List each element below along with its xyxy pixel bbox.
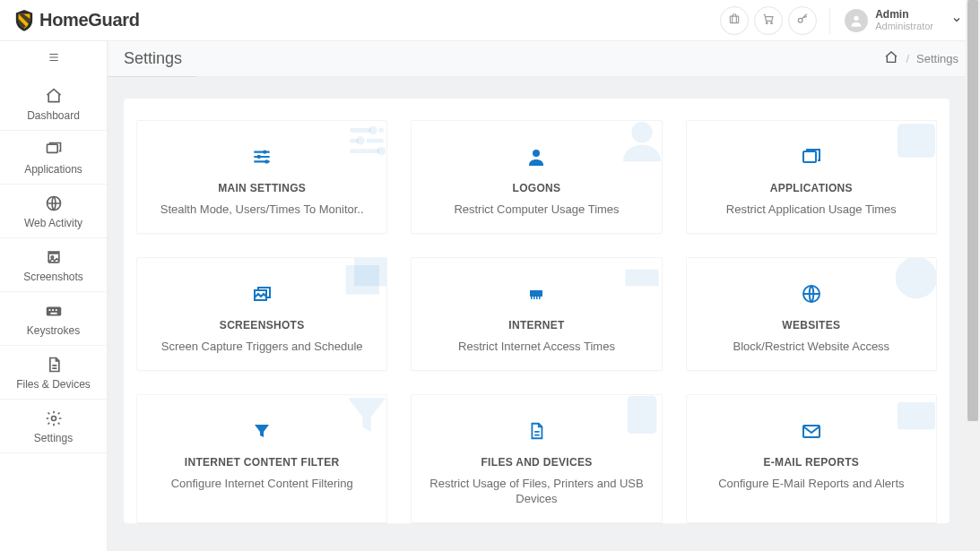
sidebar: Dashboard Applications Web Activity Scre… (0, 77, 108, 551)
hamburger-cell[interactable] (0, 41, 108, 77)
card-files-devices[interactable]: FILES AND DEVICES Restrict Usage of File… (411, 394, 662, 523)
shield-icon (14, 9, 34, 32)
user-icon (524, 144, 549, 169)
user-role: Administrator (875, 21, 933, 31)
page-title: Settings (124, 49, 182, 68)
card-main-settings[interactable]: MAIN SETTINGS Stealth Mode, Users/Times … (136, 120, 387, 234)
svg-point-14 (51, 417, 56, 421)
svg-rect-28 (531, 297, 533, 299)
user-menu[interactable]: Admin Administrator (843, 7, 969, 34)
file-icon (524, 418, 549, 443)
topbar: HomeGuard Admin Administrator (0, 0, 980, 41)
scrollbar-track[interactable] (966, 0, 980, 551)
globe-icon (44, 194, 64, 213)
svg-rect-10 (48, 309, 50, 311)
home-icon[interactable] (884, 50, 898, 67)
key-icon (796, 13, 809, 29)
card-desc: Restrict Computer Usage Times (422, 202, 650, 217)
settings-grid: MAIN SETTINGS Stealth Mode, Users/Times … (136, 120, 937, 523)
brand-name: HomeGuard (39, 10, 140, 30)
cart-icon (762, 13, 775, 29)
svg-rect-13 (50, 313, 56, 314)
ethernet-icon (617, 257, 663, 303)
card-desc: Stealth Mode, Users/Times To Monitor.. (148, 202, 376, 217)
card-screenshots[interactable]: SCREENSHOTS Screen Capture Triggers and … (136, 257, 387, 371)
card-desc: Restrict Usage of Files, Printers and US… (422, 476, 650, 506)
sidebar-item-label: Keystrokes (27, 324, 80, 337)
sidebar-item-keystrokes[interactable]: Keystrokes (0, 292, 107, 346)
home-icon (44, 86, 64, 106)
breadcrumb-current: Settings (916, 52, 958, 65)
suitcase-button[interactable] (720, 6, 749, 35)
suitcase-icon (728, 13, 741, 29)
svg-rect-11 (52, 309, 54, 311)
svg-point-18 (263, 150, 266, 153)
sidebar-item-files-devices[interactable]: Files & Devices (0, 346, 107, 400)
svg-point-2 (771, 22, 773, 23)
svg-point-32 (896, 257, 937, 298)
sliders-icon (342, 120, 387, 166)
sidebar-item-web-activity[interactable]: Web Activity (0, 185, 107, 238)
sidebar-item-label: Files & Devices (16, 378, 91, 391)
svg-point-16 (357, 136, 365, 144)
svg-rect-9 (46, 306, 61, 315)
svg-rect-0 (731, 16, 739, 23)
scrollbar-thumb[interactable] (967, 0, 978, 421)
topbar-right: Admin Administrator (720, 6, 969, 35)
main: Dashboard Applications Web Activity Scre… (0, 77, 966, 551)
svg-rect-5 (47, 144, 57, 152)
svg-point-21 (631, 122, 652, 142)
image-stack-icon (249, 281, 274, 306)
envelope-icon (891, 394, 937, 440)
card-title: MAIN SETTINGS (148, 182, 376, 194)
svg-point-20 (265, 159, 268, 163)
svg-point-17 (377, 147, 386, 155)
card-websites[interactable]: WEBSITES Block/Restrict Website Access (686, 257, 937, 371)
card-desc: Screen Capture Triggers and Schedule (148, 339, 376, 354)
clipboard-icon (617, 394, 663, 440)
svg-rect-26 (354, 257, 387, 286)
svg-rect-31 (539, 297, 541, 299)
card-email-reports[interactable]: E-MAIL REPORTS Configure E-Mail Reports … (686, 394, 937, 523)
card-desc: Configure E-Mail Reports and Alerts (698, 476, 925, 491)
avatar (845, 9, 868, 32)
card-logons[interactable]: LOGONS Restrict Computer Usage Times (411, 120, 662, 234)
sidebar-item-label: Dashboard (27, 109, 80, 122)
windows-icon (799, 144, 824, 169)
sidebar-item-dashboard[interactable]: Dashboard (0, 77, 107, 131)
card-applications[interactable]: APPLICATIONS Restrict Application Usage … (686, 120, 937, 234)
svg-rect-35 (898, 402, 935, 429)
breadcrumb: / Settings (884, 50, 958, 67)
svg-rect-30 (536, 297, 538, 299)
keyboard-icon (44, 301, 64, 321)
svg-rect-12 (55, 309, 56, 311)
sidebar-item-label: Applications (24, 163, 82, 176)
sidebar-item-screenshots[interactable]: Screenshots (0, 238, 107, 292)
subbar: Settings / Settings (0, 41, 980, 77)
windows-icon (44, 140, 64, 159)
card-title: LOGONS (422, 182, 650, 194)
svg-rect-24 (803, 151, 816, 162)
sidebar-item-applications[interactable]: Applications (0, 131, 107, 185)
card-title: SCREENSHOTS (148, 319, 376, 331)
card-content-filter[interactable]: INTERNET CONTENT FILTER Configure Intern… (136, 394, 387, 523)
card-desc: Restrict Internet Access Times (422, 339, 650, 354)
svg-point-19 (257, 155, 261, 159)
globe-icon (799, 281, 824, 306)
key-button[interactable] (788, 6, 817, 35)
content: MAIN SETTINGS Stealth Mode, Users/Times … (108, 77, 966, 551)
ethernet-icon (524, 281, 549, 306)
globe-icon (891, 257, 937, 303)
sidebar-item-settings[interactable]: Settings (0, 400, 107, 453)
card-internet[interactable]: INTERNET Restrict Internet Access Times (411, 257, 662, 371)
card-title: INTERNET (422, 319, 650, 331)
svg-point-15 (369, 126, 377, 134)
cart-button[interactable] (754, 6, 783, 35)
funnel-icon (342, 394, 387, 440)
card-title: E-MAIL REPORTS (698, 456, 925, 469)
hamburger-icon (48, 51, 60, 66)
svg-point-1 (767, 22, 768, 23)
brand[interactable]: HomeGuard (14, 9, 140, 32)
card-desc: Block/Restrict Website Access (698, 339, 925, 354)
image-stack-icon (342, 257, 387, 303)
